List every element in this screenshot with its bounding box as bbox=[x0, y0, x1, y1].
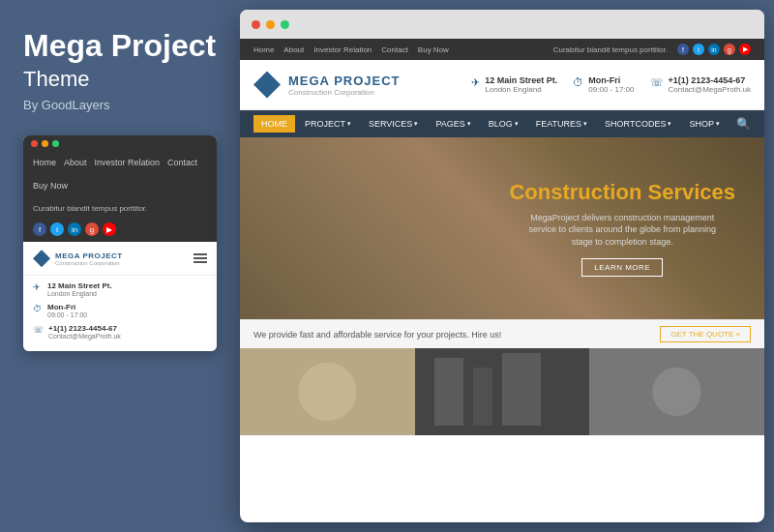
mobile-nav: Home About Investor Relation Contact bbox=[23, 152, 217, 173]
site-hours: ⏱ Mon-Fri 09:00 - 17:00 bbox=[573, 75, 634, 94]
bottom-image-3 bbox=[589, 348, 764, 435]
mobile-linkedin-icon[interactable]: in bbox=[68, 222, 81, 236]
phone-icon: ☏ bbox=[650, 76, 664, 89]
site-topbar: Home About Investor Relation Contact Buy… bbox=[240, 39, 764, 60]
left-panel: Mega Project Theme By GoodLayers Home Ab… bbox=[0, 0, 240, 532]
browser-dot-yellow bbox=[266, 20, 275, 29]
site-logo-text: MEGA PROJECT Construction Corporation bbox=[288, 74, 401, 97]
topbar-nav-contact[interactable]: Contact bbox=[381, 45, 408, 54]
mobile-logo-icon bbox=[33, 250, 50, 267]
topbar-facebook-icon[interactable]: f bbox=[677, 44, 689, 55]
hero-cta-button[interactable]: LEARN MORE bbox=[581, 258, 663, 277]
mobile-youtube-icon[interactable]: ▶ bbox=[103, 222, 116, 236]
mobile-nav-sub: Buy Now bbox=[23, 173, 217, 197]
mobile-hours-icon: ⏱ bbox=[33, 304, 43, 313]
site-phone: ☏ +1(1) 2123-4454-67 Contact@MegaProth.u… bbox=[650, 75, 752, 94]
mobile-hours-sub: 09:00 - 17:00 bbox=[47, 311, 87, 318]
mobile-contact-info: ✈ 12 Main Street Pt. London England ⏱ Mo… bbox=[23, 276, 217, 351]
mainnav-blog[interactable]: BLOG ▾ bbox=[481, 115, 526, 133]
mainnav-project[interactable]: PROJECT ▾ bbox=[297, 115, 359, 133]
topbar-nav-buy[interactable]: Buy Now bbox=[418, 45, 449, 54]
site-logo-icon bbox=[253, 72, 281, 99]
features-arrow: ▾ bbox=[583, 120, 587, 128]
mainnav-shortcodes[interactable]: SHORTCODES ▾ bbox=[597, 115, 679, 133]
mobile-phone-text: +1(1) 2123-4454-67 Contact@MegaProth.uk bbox=[48, 324, 121, 340]
topbar-nav-investor[interactable]: Investor Relation bbox=[313, 45, 372, 54]
mainnav-search-icon[interactable]: 🔍 bbox=[736, 117, 751, 131]
mobile-googleplus-icon[interactable]: g bbox=[85, 222, 99, 236]
mobile-hours-row: ⏱ Mon-Fri 09:00 - 17:00 bbox=[33, 303, 207, 318]
product-theme-label: Theme bbox=[23, 67, 217, 92]
hero-heading-part1: Construction bbox=[509, 180, 641, 204]
mainnav-items: HOME PROJECT ▾ SERVICES ▾ PAGES ▾ BLOG ▾… bbox=[253, 115, 728, 133]
browser-chrome-bar bbox=[240, 10, 764, 39]
mobile-address-sub: London England bbox=[47, 290, 112, 297]
address-icon: ✈ bbox=[471, 76, 480, 89]
browser-dot-red bbox=[252, 20, 260, 29]
site-logo-name: MEGA PROJECT bbox=[288, 74, 401, 88]
quote-cta-button[interactable]: GET THE QUOTE » bbox=[660, 326, 751, 342]
mobile-nav-buy[interactable]: Buy Now bbox=[33, 181, 68, 191]
mobile-nav-contact[interactable]: Contact bbox=[167, 158, 197, 167]
mobile-twitter-icon[interactable]: t bbox=[50, 222, 64, 236]
mobile-hours-main: Mon-Fri bbox=[47, 303, 87, 311]
mobile-social-bar: f t in g ▶ bbox=[23, 219, 217, 242]
bottom-images-row bbox=[240, 348, 764, 435]
pages-arrow: ▾ bbox=[467, 120, 471, 128]
topbar-tagline: Curabitur blandit tempus porttitor. bbox=[553, 45, 668, 54]
services-arrow: ▾ bbox=[414, 120, 418, 128]
topbar-googleplus-icon[interactable]: g bbox=[724, 44, 735, 55]
mobile-logo-sub: Construction Corporation bbox=[55, 260, 123, 266]
shortcodes-arrow: ▾ bbox=[668, 120, 671, 128]
site-mainnav: HOME PROJECT ▾ SERVICES ▾ PAGES ▾ BLOG ▾… bbox=[240, 110, 764, 137]
mobile-tagline: Curabitur blandit tempus porttitor. bbox=[23, 197, 217, 219]
mainnav-home[interactable]: HOME bbox=[253, 115, 295, 133]
mobile-logo-name: MEGA PROJECT bbox=[55, 251, 123, 260]
hamburger-line-3 bbox=[194, 261, 207, 263]
quote-bar: We provide fast and affordable service f… bbox=[240, 319, 764, 348]
hours-icon: ⏱ bbox=[573, 76, 583, 88]
bottom-image-2 bbox=[415, 348, 590, 435]
phone-text: +1(1) 2123-4454-67 Contact@MegaProth.uk bbox=[669, 75, 752, 94]
phone-sub: Contact@MegaProth.uk bbox=[669, 85, 752, 94]
address-text: 12 Main Street Pt. London England bbox=[485, 75, 557, 94]
mobile-address-main: 12 Main Street Pt. bbox=[47, 281, 112, 290]
mobile-site-header: MEGA PROJECT Construction Corporation bbox=[23, 242, 217, 276]
mobile-tagline-text: Curabitur blandit tempus porttitor. bbox=[33, 204, 147, 213]
bottom-image-1 bbox=[240, 348, 415, 435]
mobile-nav-investor[interactable]: Investor Relation bbox=[95, 158, 161, 167]
topbar-youtube-icon[interactable]: ▶ bbox=[739, 44, 751, 55]
mainnav-shop[interactable]: SHOP ▾ bbox=[681, 115, 728, 133]
topbar-nav-about[interactable]: About bbox=[283, 45, 304, 54]
mobile-phone-main: +1(1) 2123-4454-67 bbox=[48, 324, 121, 333]
mobile-logo-text: MEGA PROJECT Construction Corporation bbox=[55, 251, 123, 266]
mobile-nav-about[interactable]: About bbox=[64, 158, 87, 167]
topbar-right: Curabitur blandit tempus porttitor. f t … bbox=[553, 44, 751, 55]
product-by: By GoodLayers bbox=[23, 98, 217, 112]
topbar-twitter-icon[interactable]: t bbox=[693, 44, 704, 55]
mobile-dot-green bbox=[52, 140, 59, 147]
mobile-nav-home[interactable]: Home bbox=[33, 158, 56, 167]
mobile-phone-row: ☏ +1(1) 2123-4454-67 Contact@MegaProth.u… bbox=[33, 324, 207, 340]
mobile-address-icon: ✈ bbox=[33, 282, 43, 292]
hours-text: Mon-Fri 09:00 - 17:00 bbox=[588, 75, 634, 94]
mobile-facebook-icon[interactable]: f bbox=[33, 222, 46, 236]
topbar-nav-home[interactable]: Home bbox=[253, 45, 274, 54]
site-logo: MEGA PROJECT Construction Corporation bbox=[253, 72, 401, 99]
site-hero: Construction Services MegaProject delive… bbox=[240, 137, 764, 319]
mobile-chrome-bar bbox=[23, 135, 217, 152]
hamburger-line-2 bbox=[194, 257, 207, 259]
mainnav-services[interactable]: SERVICES ▾ bbox=[361, 115, 426, 133]
mobile-menu-toggle[interactable] bbox=[194, 253, 207, 263]
mobile-address-row: ✈ 12 Main Street Pt. London England bbox=[33, 281, 207, 297]
site-logo-sub: Construction Corporation bbox=[288, 88, 401, 97]
mobile-address-text: 12 Main Street Pt. London England bbox=[47, 281, 112, 297]
mainnav-pages[interactable]: PAGES ▾ bbox=[428, 115, 478, 133]
mainnav-features[interactable]: FEATURES ▾ bbox=[528, 115, 595, 133]
browser-mockup: Home About Investor Relation Contact Buy… bbox=[240, 10, 764, 522]
topbar-linkedin-icon[interactable]: in bbox=[708, 44, 720, 55]
shop-arrow: ▾ bbox=[716, 120, 720, 128]
mobile-dot-red bbox=[31, 140, 38, 147]
address-main: 12 Main Street Pt. bbox=[485, 75, 557, 85]
mobile-hours-text: Mon-Fri 09:00 - 17:00 bbox=[47, 303, 87, 318]
